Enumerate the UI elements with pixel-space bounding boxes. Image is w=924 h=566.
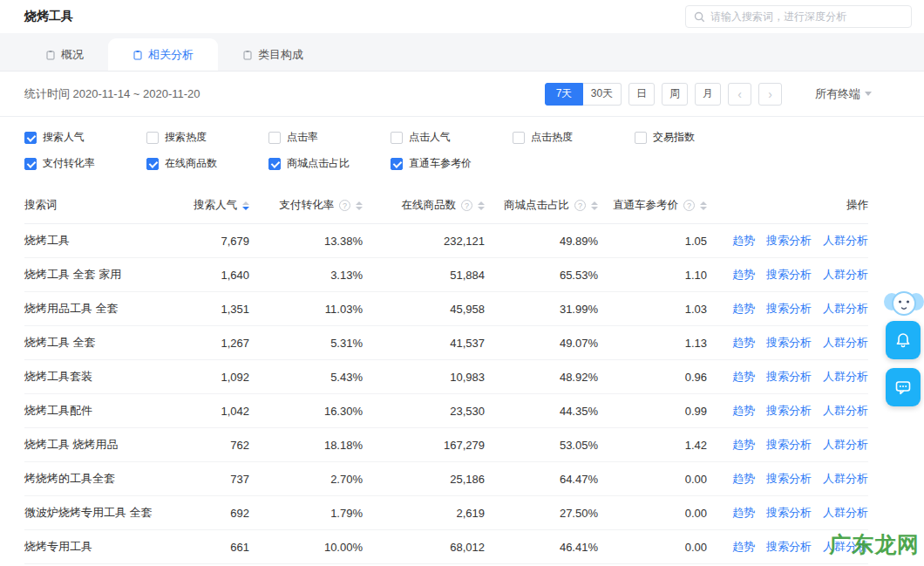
search-analysis-link[interactable]: 搜索分析 <box>766 437 812 453</box>
checkbox-icon[interactable] <box>24 158 37 170</box>
table-row: 烧烤专用工具 661 10.00% 68,012 46.41% 0.00 趋势 … <box>24 530 868 564</box>
range-day-button[interactable]: 日 <box>628 83 655 106</box>
help-icon[interactable] <box>339 200 350 211</box>
checkbox-icon[interactable] <box>146 132 159 144</box>
crowd-analysis-link[interactable]: 人群分析 <box>823 403 868 419</box>
keyword-cell: 烧烤工具 全套 <box>24 335 157 351</box>
clipboard-icon <box>45 50 56 60</box>
ztc-ref-price-cell: 1.05 <box>598 235 707 248</box>
search-analysis-link[interactable]: 搜索分析 <box>766 335 812 351</box>
search-analysis-link[interactable]: 搜索分析 <box>766 403 812 419</box>
search-analysis-link[interactable]: 搜索分析 <box>766 539 812 555</box>
range-month-button[interactable]: 月 <box>695 83 721 106</box>
checkbox-click-popularity[interactable]: 点击人气 <box>391 130 513 145</box>
tab-label: 相关分析 <box>148 47 194 63</box>
sort-icon[interactable] <box>700 201 707 210</box>
search-analysis-link[interactable]: 搜索分析 <box>766 233 812 249</box>
checkbox-mall-click-ratio[interactable]: 商城点击占比 <box>268 156 391 171</box>
crowd-analysis-link[interactable]: 人群分析 <box>823 301 868 317</box>
sort-icon[interactable] <box>356 201 363 210</box>
checkbox-online-products[interactable]: 在线商品数 <box>146 156 268 171</box>
keyword-cell: 烧烤专用工具 <box>24 539 157 555</box>
keyword-cell: 烧烤工具 烧烤用品 <box>24 437 157 453</box>
search-analysis-link[interactable]: 搜索分析 <box>766 369 812 385</box>
checkbox-click-rate[interactable]: 点击率 <box>268 130 391 145</box>
search-popularity-cell: 737 <box>157 473 249 486</box>
trend-link[interactable]: 趋势 <box>732 403 755 419</box>
checkbox-icon[interactable] <box>635 132 647 144</box>
mall-click-ratio-cell: 48.92% <box>485 371 598 384</box>
checkbox-ztc-ref-price[interactable]: 直通车参考价 <box>391 156 513 171</box>
trend-link[interactable]: 趋势 <box>732 335 755 351</box>
clipboard-icon <box>242 50 253 60</box>
notification-bell-button[interactable] <box>886 321 921 359</box>
checkbox-search-popularity[interactable]: 搜索人气 <box>24 130 146 145</box>
sort-icon[interactable] <box>478 201 485 210</box>
search-analysis-link[interactable]: 搜索分析 <box>766 267 812 283</box>
range-7d-button[interactable]: 7天 <box>545 83 583 106</box>
sort-icon[interactable] <box>591 201 598 210</box>
checkbox-icon[interactable] <box>513 132 525 144</box>
checkbox-label: 点击率 <box>287 130 318 145</box>
checkbox-icon[interactable] <box>268 158 281 170</box>
crowd-analysis-link[interactable]: 人群分析 <box>823 267 868 283</box>
trend-link[interactable]: 趋势 <box>732 471 755 487</box>
checkbox-icon[interactable] <box>391 132 403 144</box>
trend-link[interactable]: 趋势 <box>732 267 755 283</box>
checkbox-icon[interactable] <box>24 132 37 144</box>
feedback-chat-button[interactable] <box>886 368 921 406</box>
tab-overview[interactable]: 概况 <box>21 38 108 71</box>
checkbox-icon[interactable] <box>391 158 403 170</box>
trend-link[interactable]: 趋势 <box>732 233 755 249</box>
search-analysis-link[interactable]: 搜索分析 <box>766 505 812 521</box>
online-products-cell: 2,619 <box>363 507 485 520</box>
range-30d-button[interactable]: 30天 <box>583 83 622 106</box>
search-analysis-link[interactable]: 搜索分析 <box>766 301 812 317</box>
online-products-cell: 23,530 <box>363 405 485 418</box>
help-icon[interactable] <box>683 200 695 211</box>
range-week-button[interactable]: 周 <box>662 83 688 106</box>
actions-cell: 趋势 搜索分析 人群分析 <box>707 505 868 521</box>
crowd-analysis-link[interactable]: 人群分析 <box>823 437 868 453</box>
search-analysis-link[interactable]: 搜索分析 <box>766 471 812 487</box>
next-period-button[interactable] <box>758 83 782 106</box>
col-label: 支付转化率 <box>280 198 335 213</box>
tab-label: 概况 <box>61 47 84 63</box>
sort-icon[interactable] <box>242 201 249 210</box>
crowd-analysis-link[interactable]: 人群分析 <box>823 369 868 385</box>
crowd-analysis-link[interactable]: 人群分析 <box>823 233 868 249</box>
checkbox-search-heat[interactable]: 搜索热度 <box>146 130 268 145</box>
terminal-dropdown[interactable]: 所有终端 <box>815 86 872 102</box>
trend-link[interactable]: 趋势 <box>732 301 755 317</box>
crowd-analysis-link[interactable]: 人群分析 <box>823 471 868 487</box>
online-products-cell: 45,958 <box>363 303 485 316</box>
crowd-analysis-link[interactable]: 人群分析 <box>823 335 868 351</box>
checkbox-label: 搜索人气 <box>43 130 85 145</box>
crowd-analysis-link[interactable]: 人群分析 <box>823 505 868 521</box>
help-icon[interactable] <box>461 200 472 211</box>
checkbox-icon[interactable] <box>268 132 281 144</box>
trend-link[interactable]: 趋势 <box>732 539 755 555</box>
tab-related-analysis[interactable]: 相关分析 <box>108 38 218 71</box>
search-input[interactable] <box>710 10 903 23</box>
clipboard-icon <box>132 50 143 60</box>
mall-click-ratio-cell: 31.99% <box>485 303 598 316</box>
col-search-popularity: 搜索人气 <box>157 198 249 213</box>
search-popularity-cell: 1,267 <box>157 337 249 350</box>
prev-period-button[interactable] <box>728 83 751 106</box>
checkbox-trade-index[interactable]: 交易指数 <box>635 130 757 145</box>
help-icon[interactable] <box>574 200 586 211</box>
trend-link[interactable]: 趋势 <box>732 505 755 521</box>
checkbox-pay-conversion[interactable]: 支付转化率 <box>24 156 146 171</box>
elephant-mascot-icon[interactable] <box>884 286 924 323</box>
trend-link[interactable]: 趋势 <box>732 369 755 385</box>
table-row: 烤烧烤的工具全套 737 2.70% 25,186 64.47% 0.00 趋势… <box>24 462 868 496</box>
tab-category-composition[interactable]: 类目构成 <box>218 38 328 71</box>
table-row: 微波炉烧烤专用工具 全套 692 1.79% 2,619 27.50% 0.00… <box>24 496 868 530</box>
checkbox-icon[interactable] <box>146 158 159 170</box>
search-box[interactable] <box>685 5 912 28</box>
search-popularity-cell: 1,351 <box>157 303 249 316</box>
trend-link[interactable]: 趋势 <box>732 437 755 453</box>
crowd-analysis-link[interactable]: 人群分析 <box>823 539 868 555</box>
checkbox-click-heat[interactable]: 点击热度 <box>513 130 635 145</box>
